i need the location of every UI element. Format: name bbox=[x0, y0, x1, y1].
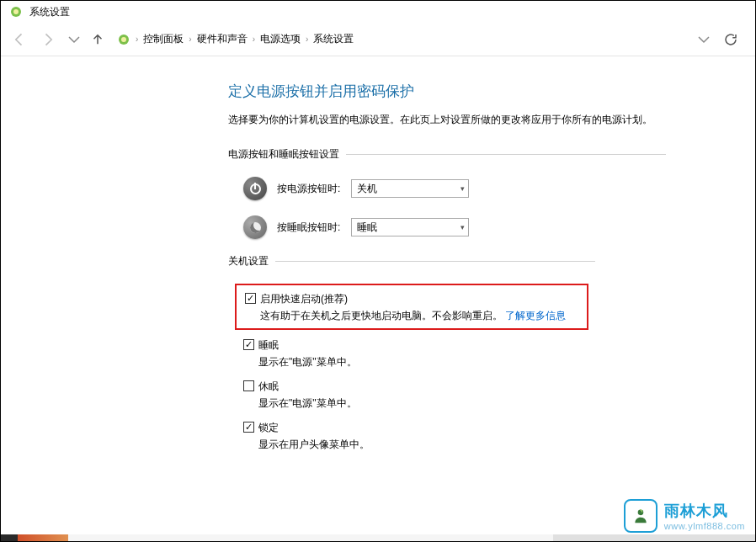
checkbox-icon[interactable]: ✓ bbox=[243, 422, 254, 433]
breadcrumb: › 控制面板 › 硬件和声音 › 电源选项 › 系统设置 bbox=[114, 32, 688, 46]
sleep-button-dropdown[interactable]: 睡眠 ▾ bbox=[351, 218, 469, 236]
breadcrumb-sep: › bbox=[136, 35, 138, 44]
dropdown-value: 关机 bbox=[357, 182, 377, 196]
forward-button bbox=[38, 29, 58, 50]
section-divider bbox=[275, 261, 595, 262]
titlebar: 系统设置 bbox=[1, 1, 755, 23]
watermark-url: www.ylmf888.com bbox=[664, 521, 745, 531]
checkbox-desc: 显示在用户头像菜单中。 bbox=[258, 438, 370, 452]
sleep-button-row: 按睡眠按钮时: 睡眠 ▾ bbox=[228, 215, 755, 239]
watermark-badge-icon bbox=[624, 499, 658, 533]
back-button[interactable] bbox=[9, 29, 29, 50]
checkbox-sleep[interactable]: ✓ 睡眠 显示在"电源"菜单中。 bbox=[243, 337, 755, 371]
page-subtext: 选择要为你的计算机设置的电源设置。在此页上对设置所做的更改将应用于你所有的电源计… bbox=[228, 113, 755, 127]
section-divider bbox=[346, 154, 666, 155]
checkbox-icon[interactable]: ✓ bbox=[245, 293, 256, 304]
power-button-row: 按电源按钮时: 关机 ▾ bbox=[228, 177, 755, 200]
sleep-button-label: 按睡眠按钮时: bbox=[277, 221, 351, 235]
checkbox-fast-startup[interactable]: ✓ 启用快速启动(推荐) 这有助于在关机之后更快地启动电脑。不会影响重启。 了解… bbox=[245, 290, 578, 325]
checkbox-icon[interactable]: ✓ bbox=[243, 339, 254, 350]
checkbox-label: 启用快速启动(推荐) bbox=[260, 292, 566, 306]
breadcrumb-item-system-settings[interactable]: 系统设置 bbox=[313, 32, 354, 46]
chevron-down-icon: ▾ bbox=[461, 223, 465, 231]
app-icon bbox=[9, 5, 23, 19]
highlight-fast-startup: ✓ 启用快速启动(推荐) 这有助于在关机之后更快地启动电脑。不会影响重启。 了解… bbox=[235, 284, 588, 330]
breadcrumb-sep: › bbox=[253, 35, 255, 44]
navbar: › 控制面板 › 硬件和声音 › 电源选项 › 系统设置 bbox=[1, 23, 755, 56]
section-header-shutdown: 关机设置 bbox=[228, 254, 755, 268]
breadcrumb-sep: › bbox=[189, 35, 191, 44]
power-button-label: 按电源按钮时: bbox=[277, 182, 351, 196]
learn-more-link[interactable]: 了解更多信息 bbox=[505, 310, 566, 321]
checkbox-desc: 显示在"电源"菜单中。 bbox=[258, 396, 357, 411]
page-heading: 定义电源按钮并启用密码保护 bbox=[228, 82, 755, 101]
checkbox-hibernate[interactable]: 休眠 显示在"电源"菜单中。 bbox=[243, 378, 755, 412]
section-header-text: 关机设置 bbox=[228, 254, 275, 268]
breadcrumb-item-hardware[interactable]: 硬件和声音 bbox=[197, 32, 248, 46]
sleep-icon bbox=[243, 215, 267, 239]
dropdown-chevron-icon[interactable] bbox=[696, 32, 711, 47]
checkbox-lock[interactable]: ✓ 锁定 显示在用户头像菜单中。 bbox=[243, 419, 755, 454]
power-icon bbox=[243, 177, 267, 200]
taskbar-strip bbox=[1, 534, 755, 541]
checkbox-label: 休眠 bbox=[258, 380, 357, 394]
watermark-title: 雨林木风 bbox=[664, 501, 745, 521]
window-title: 系统设置 bbox=[29, 5, 70, 19]
dropdown-value: 睡眠 bbox=[357, 221, 377, 235]
svg-point-1 bbox=[13, 9, 19, 14]
svg-point-4 bbox=[638, 510, 644, 516]
recent-chevron-icon[interactable] bbox=[67, 32, 82, 47]
power-button-dropdown[interactable]: 关机 ▾ bbox=[351, 179, 469, 198]
breadcrumb-item-control-panel[interactable]: 控制面板 bbox=[143, 32, 184, 46]
watermark: 雨林木风 www.ylmf888.com bbox=[624, 499, 745, 533]
refresh-button[interactable] bbox=[723, 32, 738, 47]
checkbox-label: 锁定 bbox=[258, 421, 370, 435]
section-header-buttons: 电源按钮和睡眠按钮设置 bbox=[228, 147, 755, 162]
checkbox-desc: 这有助于在关机之后更快地启动电脑。不会影响重启。 了解更多信息 bbox=[260, 309, 566, 323]
chevron-down-icon: ▾ bbox=[461, 184, 465, 193]
section-header-text: 电源按钮和睡眠按钮设置 bbox=[228, 147, 346, 162]
checkbox-icon[interactable] bbox=[243, 380, 254, 391]
breadcrumb-icon bbox=[117, 33, 130, 46]
up-button[interactable] bbox=[90, 32, 105, 47]
checkbox-desc: 显示在"电源"菜单中。 bbox=[258, 355, 357, 369]
content-area: 定义电源按钮并启用密码保护 选择要为你的计算机设置的电源设置。在此页上对设置所做… bbox=[1, 56, 755, 457]
checkbox-label: 睡眠 bbox=[258, 338, 357, 353]
breadcrumb-item-power[interactable]: 电源选项 bbox=[260, 32, 301, 46]
svg-point-3 bbox=[121, 37, 126, 42]
breadcrumb-sep: › bbox=[306, 35, 308, 44]
